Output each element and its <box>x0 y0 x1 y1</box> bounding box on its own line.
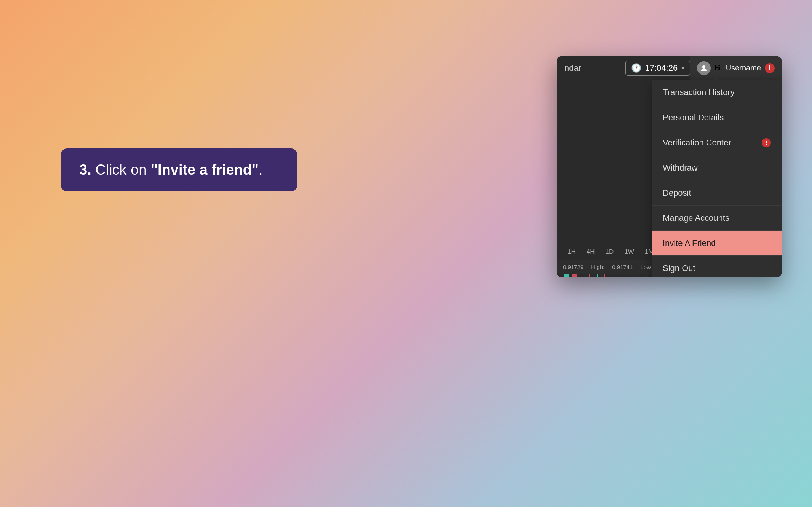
menu-item-label: Personal Details <box>663 113 724 123</box>
low-label: Low <box>641 264 651 270</box>
timeframe-btn-4h[interactable]: 4H <box>582 247 599 257</box>
dropdown-arrow <box>713 77 721 81</box>
chevron-down-icon: ▾ <box>681 64 684 72</box>
greeting-text: Hi, <box>714 65 722 72</box>
chart-header: ndar 🕐 17:04:26 ▾ Hi, Username ! <box>557 56 782 80</box>
menu-item-label: Transaction History <box>663 88 735 97</box>
alert-badge: ! <box>765 63 775 73</box>
dropdown-menu: Transaction HistoryPersonal DetailsVerif… <box>652 80 782 277</box>
menu-item-label: Manage Accounts <box>663 213 729 223</box>
instruction-bold: "Invite a friend" <box>151 162 259 178</box>
avatar <box>697 61 711 75</box>
menu-item-badge: ! <box>762 138 771 147</box>
menu-item-label: Deposit <box>663 188 691 198</box>
timeframe-btn-1h[interactable]: 1H <box>563 247 580 257</box>
username-text: Username <box>726 64 761 72</box>
svg-rect-11 <box>572 274 577 277</box>
menu-item-transaction-history[interactable]: Transaction History <box>652 80 782 105</box>
instruction-period: . <box>259 162 263 178</box>
svg-point-0 <box>702 65 705 69</box>
instruction-click-text: Click on <box>91 162 151 178</box>
user-section[interactable]: Hi, Username ! <box>690 56 782 80</box>
calendar-label: ndar <box>564 63 581 73</box>
svg-rect-9 <box>564 274 569 277</box>
open-value: 0.91729 <box>563 264 583 270</box>
timeframe-btn-1d[interactable]: 1D <box>601 247 618 257</box>
menu-item-deposit[interactable]: Deposit <box>652 180 782 206</box>
timeframe-btn-1w[interactable]: 1W <box>620 247 639 257</box>
clock-icon: 🕐 <box>631 63 641 73</box>
instruction-text: 3. Click on "Invite a friend". <box>79 161 279 179</box>
menu-item-label: Sign Out <box>663 263 695 273</box>
header-left: ndar <box>557 63 625 73</box>
menu-item-personal-details[interactable]: Personal Details <box>652 105 782 130</box>
time-display[interactable]: 🕐 17:04:26 ▾ <box>625 61 691 76</box>
high-label: High: <box>591 264 604 270</box>
instruction-box: 3. Click on "Invite a friend". <box>61 148 297 191</box>
menu-item-label: Withdraw <box>663 163 698 173</box>
menu-item-invite-a-friend[interactable]: Invite A Friend <box>652 231 782 256</box>
step-number: 3. <box>79 162 91 178</box>
menu-item-manage-accounts[interactable]: Manage Accounts <box>652 206 782 231</box>
menu-item-verification-center[interactable]: Verification Center! <box>652 130 782 155</box>
menu-item-label: Invite A Friend <box>663 238 716 248</box>
time-value: 17:04:26 <box>645 63 678 73</box>
chart-panel: ndar 🕐 17:04:26 ▾ Hi, Username ! Transac… <box>557 56 782 277</box>
menu-item-label: Verification Center <box>663 138 731 148</box>
high-value: 0.91741 <box>612 264 633 270</box>
menu-item-sign-out[interactable]: Sign Out <box>652 256 782 277</box>
menu-item-withdraw[interactable]: Withdraw <box>652 155 782 180</box>
